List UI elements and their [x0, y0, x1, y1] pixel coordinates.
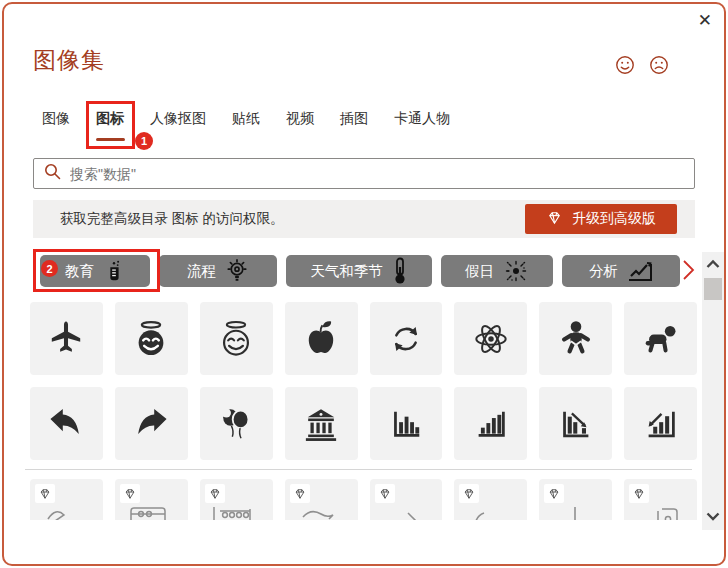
category-holiday-label: 假日 [465, 262, 494, 281]
stock-images-dialog: ✕ 图像集 图像 图标 人像抠图 贴纸 视频 插图 卡通人物 1 获取完整高级目… [0, 0, 728, 568]
cycle-arrows-icon [384, 317, 428, 361]
tab-illustrations[interactable]: 插图 [340, 110, 368, 128]
scrollbar-thumb[interactable] [704, 278, 722, 300]
icon-tile-atom[interactable] [454, 302, 527, 375]
icon-grid-row1 [30, 302, 697, 375]
premium-banner-message: 获取完整高级目录 图标 的访问权限。 [60, 210, 284, 228]
icon-tile-cycle-arrows[interactable] [370, 302, 443, 375]
icon-tile-baby[interactable] [539, 302, 612, 375]
premium-icon-tile[interactable] [370, 479, 443, 520]
icon-tile-bank[interactable] [285, 387, 358, 460]
tab-cutout-people[interactable]: 人像抠图 [150, 110, 206, 128]
footer: 这是创意内容库的子集。完整的库可供 Microsoft 365 订阅者使用。 了… [0, 520, 728, 568]
chevron-up-icon[interactable] [704, 256, 722, 274]
bar-chart-trend-down-icon [639, 402, 683, 446]
icon-tile-baby-crawling[interactable] [624, 302, 697, 375]
premium-icon-tile[interactable] [30, 479, 103, 520]
gem-icon [205, 484, 225, 503]
category-process[interactable]: 流程 [159, 255, 277, 287]
icon-tile-bar-chart[interactable] [370, 387, 443, 460]
icon-tile-apple[interactable] [285, 302, 358, 375]
search-icon [44, 163, 61, 184]
partial-icon [42, 505, 82, 520]
annotation-box-step1 [86, 101, 135, 149]
chevron-right-icon[interactable] [680, 258, 696, 286]
tab-videos[interactable]: 视频 [286, 110, 314, 128]
premium-icon-tile[interactable] [115, 479, 188, 520]
lightbulb-icon [225, 258, 249, 284]
premium-icon-tile[interactable] [285, 479, 358, 520]
gem-icon [375, 484, 395, 503]
fireworks-icon [503, 258, 529, 284]
gem-icon [546, 211, 563, 228]
bar-chart-declining-icon [554, 402, 598, 446]
tab-images[interactable]: 图像 [42, 110, 70, 128]
bar-chart-ascending-icon [469, 402, 513, 446]
icon-grid-premium-row [30, 479, 697, 520]
partial-icon [636, 505, 680, 520]
premium-icon-tile[interactable] [200, 479, 273, 520]
icon-tile-bar-chart-ascending[interactable] [454, 387, 527, 460]
category-analysis[interactable]: 分析 [562, 255, 680, 287]
frown-icon[interactable] [649, 55, 669, 75]
category-holiday[interactable]: 假日 [441, 255, 553, 287]
upgrade-button-label: 升级到高级版 [572, 210, 656, 228]
icon-tile-smiley-halo-filled[interactable] [115, 302, 188, 375]
thermometer-icon [392, 257, 408, 285]
icon-grid-row2 [30, 387, 697, 460]
gem-icon [544, 484, 564, 503]
tab-cartoon-people[interactable]: 卡通人物 [394, 110, 450, 128]
partial-icon [466, 505, 510, 520]
premium-icon-tile[interactable] [624, 479, 697, 520]
baby-icon [554, 317, 598, 361]
category-process-label: 流程 [187, 262, 216, 281]
partial-icon [297, 505, 341, 520]
trend-chart-icon [627, 260, 653, 282]
icon-tile-airplane[interactable] [30, 302, 103, 375]
icon-tile-balloons[interactable] [200, 387, 273, 460]
premium-icon-tile[interactable] [539, 479, 612, 520]
upgrade-button[interactable]: 升级到高级版 [525, 204, 677, 234]
category-analysis-label: 分析 [589, 262, 618, 281]
chevron-down-icon[interactable] [704, 508, 722, 526]
gem-icon [120, 484, 140, 503]
partial-icon [212, 505, 256, 520]
feedback-icons [615, 55, 669, 75]
premium-section-divider [25, 469, 692, 470]
gem-icon [35, 484, 55, 503]
apple-icon [299, 317, 343, 361]
search-input[interactable] [70, 166, 684, 182]
gem-icon [459, 484, 479, 503]
gem-icon [290, 484, 310, 503]
premium-banner: 获取完整高级目录 图标 的访问权限。 升级到高级版 [33, 200, 695, 238]
arrow-curve-right-icon [129, 402, 173, 446]
icon-tile-arrow-curve-left[interactable] [30, 387, 103, 460]
category-weather-seasons[interactable]: 天气和季节 [286, 255, 432, 287]
close-icon[interactable]: ✕ [698, 12, 712, 29]
partial-icon [127, 505, 171, 520]
category-weather-label: 天气和季节 [310, 262, 383, 281]
atom-icon [469, 317, 513, 361]
annotation-step2-badge: 2 [41, 260, 58, 277]
premium-icon-tile[interactable] [454, 479, 527, 520]
baby-crawling-icon [639, 317, 683, 361]
balloons-icon [214, 402, 258, 446]
dialog-title: 图像集 [33, 45, 105, 76]
icon-tile-bar-chart-declining[interactable] [539, 387, 612, 460]
icon-tile-bar-chart-trend-down[interactable] [624, 387, 697, 460]
arrow-curve-left-icon [44, 402, 88, 446]
scrollbar[interactable] [702, 252, 724, 530]
smile-icon[interactable] [615, 55, 635, 75]
partial-icon [382, 505, 426, 520]
bar-chart-icon [384, 402, 428, 446]
airplane-icon [44, 317, 88, 361]
annotation-step1-badge: 1 [135, 132, 153, 150]
bank-icon [299, 402, 343, 446]
partial-icon [551, 505, 595, 520]
smiley-halo-outline-icon [214, 317, 258, 361]
tab-stickers[interactable]: 贴纸 [232, 110, 260, 128]
icon-tile-arrow-curve-right[interactable] [115, 387, 188, 460]
smiley-halo-filled-icon [129, 317, 173, 361]
icon-tile-smiley-halo-outline[interactable] [200, 302, 273, 375]
search-box[interactable] [33, 158, 695, 189]
